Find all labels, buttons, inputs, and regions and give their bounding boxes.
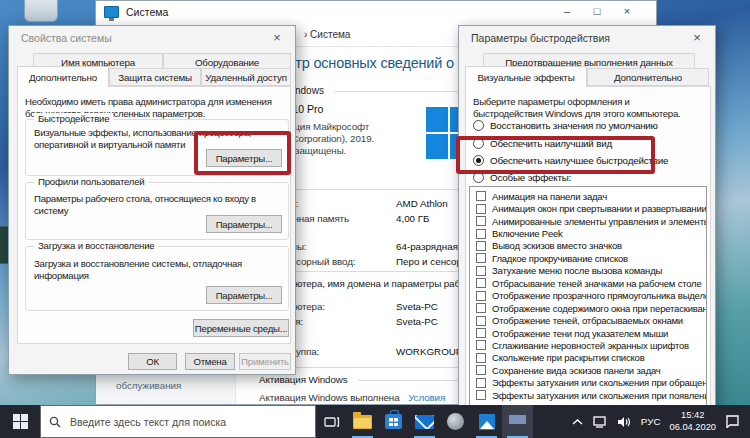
minimize-button[interactable]: – [552, 1, 582, 21]
checkbox-icon[interactable] [476, 365, 486, 375]
tab-system-protection[interactable]: Защита системы [109, 68, 201, 86]
visual-effect-row[interactable]: Анимация окон при свертывании и разверты… [470, 202, 706, 214]
visual-effect-row[interactable]: Отображение содержимого окна при перетас… [470, 302, 706, 314]
visual-effect-row[interactable]: Вывод эскизов вместо значков [470, 240, 706, 252]
profiles-parameters-button[interactable]: Параметры... [206, 215, 282, 233]
user-profiles-group: Профили пользователей Параметры рабочего… [25, 182, 289, 240]
dialog-title: Свойства системы [21, 32, 112, 44]
visual-effect-row[interactable]: Отбрасывание теней значками на рабочем с… [470, 277, 706, 289]
network-icon[interactable] [593, 416, 608, 428]
search-icon [49, 416, 61, 428]
checkbox-icon[interactable] [476, 253, 486, 263]
search-input[interactable] [68, 415, 288, 429]
visual-effect-row[interactable]: Анимированные элементы управления и элем… [470, 215, 706, 227]
tab-visual-effects[interactable]: Визуальные эффекты [465, 66, 587, 87]
task-view-button[interactable] [316, 405, 347, 438]
ok-button[interactable]: ОК [128, 353, 177, 370]
radio-restore-defaults[interactable]: Восстановить значения по умолчанию [473, 119, 658, 132]
startup-parameters-button[interactable]: Параметры... [206, 286, 282, 304]
tab-remote-access[interactable]: Удаленный доступ [201, 68, 291, 86]
photos-button[interactable] [471, 405, 502, 438]
visual-effect-row[interactable]: Включение Peek [470, 227, 706, 239]
spec-value: AMD Athlon [396, 198, 448, 209]
performance-options-dialog: Параметры быстродействия × Предотвращени… [458, 25, 716, 438]
checkbox-icon[interactable] [476, 340, 486, 350]
visual-effect-label: Анимированные элементы управления и элем… [492, 216, 706, 227]
start-button[interactable] [0, 405, 40, 438]
system-window-titlebar[interactable]: Система – □ × [96, 1, 656, 25]
visual-effect-row[interactable]: Гладкое прокручивание списков [470, 252, 706, 264]
left-pane-link-fragment[interactable]: обслуживания [116, 380, 181, 391]
checkbox-icon[interactable] [476, 278, 486, 288]
photos-icon [479, 414, 495, 430]
close-icon[interactable]: × [269, 30, 285, 45]
checkbox-icon[interactable] [476, 316, 486, 326]
close-icon[interactable]: × [689, 30, 705, 45]
apply-button[interactable]: Применить [239, 353, 291, 370]
visual-effect-label: Отображение теней, отбрасываемых окнами [492, 315, 683, 326]
mail-button[interactable] [409, 405, 440, 438]
visual-effect-row[interactable]: Отображение теней, отбрасываемых окнами [470, 314, 706, 326]
spec-value: 64-разрядная [396, 241, 458, 252]
checkbox-icon[interactable] [476, 241, 486, 251]
annotation-best-performance-radio [456, 136, 655, 174]
visual-effects-intro: Выберите параметры оформления и быстроде… [473, 96, 701, 119]
checkbox-icon[interactable] [476, 216, 486, 226]
language-indicator[interactable]: РУС [641, 416, 661, 427]
group-title: Профили пользователей [34, 176, 149, 187]
taskbar-search[interactable] [40, 405, 316, 438]
visual-effect-row[interactable]: Сглаживание неровностей экранных шрифтов [470, 339, 706, 351]
checkbox-icon[interactable] [476, 191, 486, 201]
globe-app-button[interactable] [440, 405, 471, 438]
clock[interactable]: 15:42 06.04.2020 [669, 410, 716, 432]
visual-effect-row[interactable]: Эффекты затухания или скольжения при обр… [470, 377, 706, 389]
checkbox-icon[interactable] [476, 378, 486, 388]
visual-effect-label: Эффекты затухания или скольжения при обр… [492, 377, 706, 388]
pc-value: Sveta-PC [396, 301, 438, 312]
visual-effect-label: Анимация окон при свертывании и разверты… [492, 203, 706, 214]
system-app-button[interactable] [502, 405, 533, 438]
system-window-icon [104, 6, 119, 18]
visual-effect-row[interactable]: Отображение тени под указателем мыши [470, 327, 706, 339]
visual-effect-label: Отбрасывание теней значками на рабочем с… [492, 278, 702, 289]
cancel-button[interactable]: Отмена [185, 353, 235, 370]
visual-effect-label: Вывод эскизов вместо значков [492, 240, 622, 251]
visual-effect-row[interactable]: Сохранение вида эскизов панели задач [470, 364, 706, 376]
tray-date: 06.04.2020 [669, 422, 716, 432]
close-button[interactable]: × [612, 1, 642, 21]
visual-effect-label: Анимация на панели задач [492, 191, 607, 202]
maximize-button[interactable]: □ [582, 1, 612, 21]
environment-variables-button[interactable]: Переменные среды... [193, 319, 289, 337]
checkbox-icon[interactable] [476, 390, 486, 400]
tab-advanced[interactable]: Дополнительно [587, 68, 709, 86]
tray-time: 15:42 [681, 410, 704, 420]
radio-label: Восстановить значения по умолчанию [490, 120, 658, 131]
action-center-icon[interactable] [725, 415, 740, 428]
visual-effect-row[interactable]: Отображение прозрачного прямоугольника в… [470, 290, 706, 302]
visual-effect-label: Отображение содержимого окна при перетас… [492, 303, 706, 314]
visual-effects-list[interactable]: Анимация на панели задачАнимация окон пр… [469, 186, 707, 436]
globe-app-icon [447, 413, 464, 430]
checkbox-icon[interactable] [476, 266, 486, 276]
radio-icon[interactable] [473, 120, 484, 131]
breadcrumb[interactable]: › Система [304, 29, 350, 40]
checkbox-icon[interactable] [476, 204, 486, 214]
visual-effect-row[interactable]: Анимация на панели задач [470, 190, 706, 202]
license-terms-link[interactable]: Условия [408, 392, 445, 403]
visual-effect-label: Затухание меню после вызова команды [492, 265, 662, 276]
checkbox-icon[interactable] [476, 229, 486, 239]
checkbox-icon[interactable] [476, 291, 486, 301]
checkbox-icon[interactable] [476, 353, 486, 363]
visual-effect-row[interactable]: Затухание меню после вызова команды [470, 265, 706, 277]
tab-advanced[interactable]: Дополнительно [17, 66, 109, 87]
visual-effect-row[interactable]: Скольжение при раскрытии списков [470, 352, 706, 364]
volume-icon[interactable] [617, 416, 632, 428]
checkbox-icon[interactable] [476, 303, 486, 313]
visual-effect-row[interactable]: Эффекты затухания или скольжения при поя… [470, 389, 706, 401]
checkbox-icon[interactable] [476, 328, 486, 338]
desktop: Система – □ × › Система Просмотр основны… [0, 0, 750, 438]
file-explorer-button[interactable] [347, 405, 378, 438]
visual-effect-label: Сохранение вида эскизов панели задач [492, 365, 661, 376]
tray-chevron-up-icon[interactable] [571, 418, 584, 426]
microsoft-store-button[interactable] [378, 405, 409, 438]
